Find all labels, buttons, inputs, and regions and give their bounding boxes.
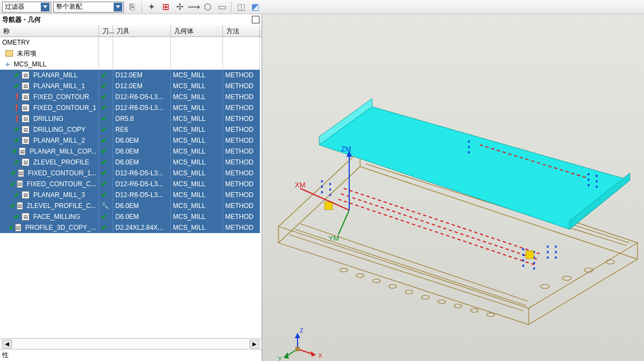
knife-status: 🔧 <box>101 202 109 210</box>
geometry-name: MCS_MILL <box>173 202 206 210</box>
operation-row[interactable]: ✔▤ FIXED_CONTOUR_C...✔D12-R6-D5-L3...MCS… <box>0 179 262 189</box>
operation-row[interactable]: ✔▤ PLANAR_MILL_3✔D12-R6-D5-L3...MCS_MILL… <box>0 189 262 200</box>
tool-icon-4[interactable]: ✢ <box>174 1 185 13</box>
operation-name: ZLEVEL_PROFILE_C... <box>27 202 96 210</box>
geometry-name: MCS_MILL <box>173 82 206 90</box>
operation-row[interactable]: ✔▤ ZLEVEL_PROFILE_C...🔧D6.0EMMCS_MILLMET… <box>0 200 262 211</box>
knife-status: ✔ <box>101 180 107 188</box>
svg-rect-26 <box>295 347 300 351</box>
tree-root[interactable]: OMETRY <box>0 37 262 48</box>
scroll-right-icon[interactable]: ▶ <box>250 340 259 348</box>
operation-row[interactable]: ❗▤ DRILLING✔DR5.8MCS_MILLMETHOD <box>0 113 262 124</box>
knife-status: ✔ <box>101 82 107 90</box>
filter-combo[interactable]: 过滤器 <box>2 2 51 13</box>
panel-restore-icon[interactable] <box>252 16 259 23</box>
axis-y-label: YM <box>329 234 339 242</box>
status-icon: ✔ <box>13 126 21 133</box>
viewport-svg: ZM XM YM X Y Z <box>262 14 644 361</box>
operation-row[interactable]: ✔▤ PLANAR_MILL✔D12.0EMMCS_MILLMETHOD <box>0 70 262 81</box>
status-icon: ❗ <box>13 104 21 112</box>
tool-name: D12-R6-D5-L3... <box>115 93 163 101</box>
column-tool[interactable]: 刀具 <box>113 25 171 36</box>
scroll-left-icon[interactable]: ◀ <box>2 340 12 348</box>
status-icon: ✔ <box>13 82 21 90</box>
tool-icon-2[interactable]: ✦ <box>145 1 157 13</box>
tree-unused[interactable]: 未用项 <box>0 48 262 59</box>
operation-row[interactable]: ❗▤ FIXED_CONTOUR✔D12-R6-D5-L3...MCS_MILL… <box>0 91 262 102</box>
tree-area[interactable]: OMETRY 未用项 ✛ MCS_MILL ✔▤ PLANAR_MILL✔D12… <box>0 37 262 338</box>
operation-type-icon: ▤ <box>22 191 29 199</box>
svg-line-19 <box>338 210 349 235</box>
svg-marker-21 <box>311 351 316 357</box>
tool-name: D6.0EM <box>115 148 139 155</box>
tool-name: D12-R6-D5-L3... <box>115 180 163 188</box>
tree-mcs[interactable]: ✛ MCS_MILL <box>0 59 262 70</box>
3d-viewport[interactable]: ZM XM YM X Y Z <box>262 14 644 361</box>
toolbar: 过滤器 整个装配 ⎘ ✦ ⊞ ✢ ⟿ ⬡ ▭ ◫ ◩ <box>0 0 644 14</box>
tool-name: D6.0EM <box>115 202 139 210</box>
chevron-down-icon[interactable] <box>114 3 122 11</box>
operation-name: PLANAR_MILL_2 <box>33 137 85 144</box>
assembly-combo-text: 整个装配 <box>56 2 114 11</box>
svg-marker-23 <box>283 352 289 359</box>
assembly-combo[interactable]: 整个装配 <box>53 2 124 13</box>
knife-status: ✔ <box>101 148 107 155</box>
method-name: METHOD <box>225 82 253 90</box>
geometry-name: MCS_MILL <box>173 158 206 166</box>
chevron-down-icon[interactable] <box>41 3 49 11</box>
tool-icon-9[interactable]: ◩ <box>249 1 261 13</box>
method-name: METHOD <box>225 126 253 133</box>
status-icon: ✔ <box>13 213 21 221</box>
tool-name: D12.0EM <box>115 71 143 79</box>
tool-name: D12-R6-D5-L3... <box>115 191 163 199</box>
operation-row[interactable]: ✔▤ PROFILE_3D_COPY_...✔D2.24XL2.84X...MC… <box>0 222 262 233</box>
operation-type-icon: ▤ <box>22 82 29 90</box>
geometry-name: MCS_MILL <box>173 224 206 231</box>
tool-icon-5[interactable]: ⟿ <box>188 1 200 13</box>
knife-status: ✔ <box>101 104 107 112</box>
gnomon-x: X <box>318 352 323 359</box>
operation-row[interactable]: ✔▤ PLANAR_MILL_COP...✔D6.0EMMCS_MILLMETH… <box>0 146 262 157</box>
svg-point-2 <box>373 279 380 283</box>
bottom-tab[interactable]: 性 <box>0 349 262 361</box>
operation-row[interactable]: ✔▤ PLANAR_MILL_1✔D12.0EMMCS_MILLMETHOD <box>0 81 262 91</box>
geometry-name: MCS_MILL <box>173 126 206 133</box>
tool-name: D12-R6-D5-L3... <box>115 104 163 112</box>
column-name[interactable]: 称 <box>0 25 99 36</box>
method-name: METHOD <box>225 180 253 188</box>
column-method[interactable]: 方法 <box>223 25 260 36</box>
operation-name: PLANAR_MILL <box>33 71 77 79</box>
operation-row[interactable]: ✔▤ DRILLING_COPY✔RE6MCS_MILLMETHOD <box>0 124 262 135</box>
tool-icon-6[interactable]: ⬡ <box>202 1 214 13</box>
method-name: METHOD <box>225 137 253 144</box>
operation-row[interactable]: ❗▤ FIXED_CONTOUR_1✔D12-R6-D5-L3...MCS_MI… <box>0 102 262 113</box>
geometry-name: MCS_MILL <box>173 169 206 177</box>
operation-name: DRILLING <box>33 115 63 123</box>
knife-status: ✔ <box>101 71 107 79</box>
column-knife[interactable]: 刀... <box>99 25 113 36</box>
geometry-name: MCS_MILL <box>173 148 206 155</box>
geometry-name: MCS_MILL <box>173 180 206 188</box>
axis-z-label: ZM <box>341 145 351 153</box>
table-header: 称 刀... 刀具 几何体 方法 <box>0 25 262 37</box>
scrollbar[interactable]: ◀ ▶ <box>0 338 262 349</box>
tool-name: D6.0EM <box>115 158 139 166</box>
operation-row[interactable]: ✔▤ PLANAR_MILL_2✔D6.0EMMCS_MILLMETHOD <box>0 135 262 146</box>
svg-point-7 <box>454 304 462 308</box>
axis-x-label: XM <box>295 181 306 189</box>
column-geometry[interactable]: 几何体 <box>171 25 223 36</box>
operation-type-icon: ▤ <box>17 180 23 188</box>
tool-icon-3[interactable]: ⊞ <box>159 1 171 13</box>
panel-title-bar: 导航器 - 几何 <box>0 14 262 25</box>
operation-type-icon: ▤ <box>18 169 24 177</box>
operation-row[interactable]: ✔▤ ZLEVEL_PROFILE✔D6.0EMMCS_MILLMETHOD <box>0 157 262 168</box>
knife-status: ✔ <box>101 137 107 144</box>
operation-row[interactable]: ✔▤ FIXED_CONTOUR_1...✔D12-R6-D5-L3...MCS… <box>0 168 262 179</box>
tool-icon-8[interactable]: ◫ <box>235 1 247 13</box>
knife-status: ✔ <box>101 213 107 221</box>
tool-icon-1[interactable]: ⎘ <box>126 1 138 13</box>
status-icon: ❗ <box>13 93 21 101</box>
operation-row[interactable]: ✔▤ FACE_MILLING✔D6.0EMMCS_MILLMETHOD <box>0 211 262 222</box>
tool-icon-7[interactable]: ▭ <box>216 1 228 13</box>
status-icon: ✔ <box>13 158 21 166</box>
